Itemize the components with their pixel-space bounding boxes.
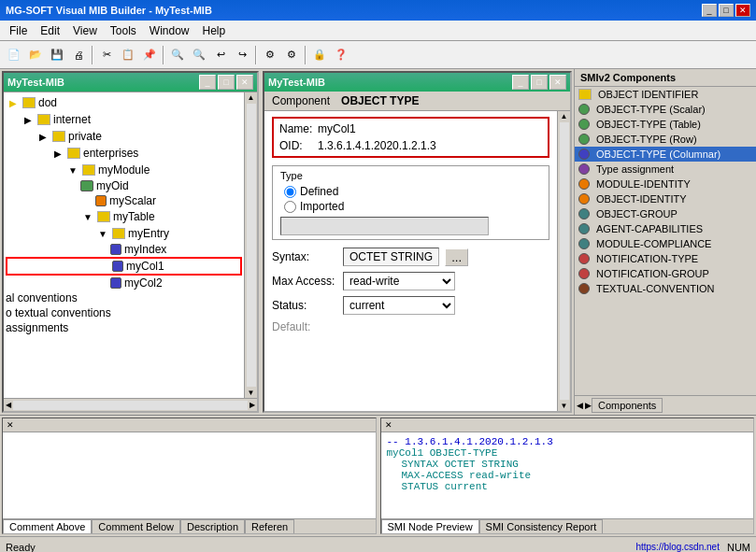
tab-description[interactable]: Description [180,519,245,533]
tree-min-btn[interactable]: _ [199,75,216,90]
tree-node-myoid[interactable]: myOid [6,178,242,193]
tree-close-btn[interactable]: ✕ [236,75,253,90]
editor-min-btn[interactable]: _ [512,75,529,90]
radio-imported-input[interactable] [284,201,296,213]
maximize-btn[interactable]: □ [719,4,734,17]
tree-node-dod[interactable]: ▶ dod [6,94,242,111]
save-btn[interactable]: 💾 [47,45,67,65]
editor-scroll-up[interactable]: ▲ [561,112,568,120]
smiv2-notification-group[interactable]: NOTIFICATION-GROUP [575,266,756,281]
close-btn[interactable]: ✕ [735,4,750,17]
tree-label-assignments: assignments [6,321,68,334]
folder-icon-enterprises: ▶ [50,146,65,161]
status-text: Ready [6,542,36,553]
minimize-btn[interactable]: _ [702,4,717,17]
tree-scroll-right[interactable]: ▶ [250,401,255,409]
tree-node-mymodule[interactable]: ▼ myModule [6,162,242,178]
tree-node-mycol2[interactable]: myCol2 [6,276,242,290]
default-label: Default: [272,320,337,333]
search-btn[interactable]: 🔍 [167,45,188,65]
smiv2-object-type-row[interactable]: OBJECT-TYPE (Row) [575,132,756,147]
tab-reference[interactable]: Referen [245,519,294,533]
copy-btn[interactable]: 📋 [118,45,138,65]
tb-btn15[interactable]: 🔒 [309,45,330,65]
smiv2-components-tab[interactable]: Components [592,398,663,413]
toolbar-sep3 [255,46,257,64]
smiv2-tab-right[interactable]: ▶ [585,401,592,410]
radio-imported[interactable]: Imported [284,200,541,213]
tb-btn14[interactable]: ⚙ [281,45,302,65]
tree-node-assignments[interactable]: assignments [6,320,242,335]
smiv2-agent-capabilities[interactable]: AGENT-CAPABILITIES [575,221,756,236]
editor-scroll-down[interactable]: ▼ [561,402,568,410]
tree-node-myindex[interactable]: myIndex [6,242,242,257]
bottom-right-tabs: SMI Node Preview SMI Consistency Report [381,518,754,533]
smiv2-module-identity[interactable]: MODULE-IDENTITY [575,177,756,191]
radio-defined-input[interactable] [284,186,296,198]
redo-btn[interactable]: ↪ [232,45,252,65]
smiv2-tab-left[interactable]: ◀ [577,401,583,410]
tree-node-textual[interactable]: o textual conventions [6,305,242,320]
smiv2-object-type-columnar[interactable]: OBJECT-TYPE (Columnar) [575,147,756,162]
cut-btn[interactable]: ✂ [96,45,117,65]
smiv2-object-identity[interactable]: OBJECT-IDENTITY [575,191,756,206]
smiv2-module-compliance[interactable]: MODULE-COMPLIANCE [575,236,756,251]
tab-comment-above[interactable]: Comment Above [3,519,92,533]
tab-smi-consistency[interactable]: SMI Consistency Report [479,519,604,533]
tree-node-private[interactable]: ▶ private [6,128,242,145]
tab-comment-below[interactable]: Comment Below [92,519,180,533]
tb-btn13[interactable]: ⚙ [260,45,280,65]
smiv2-object-type-table[interactable]: OBJECT-TYPE (Table) [575,117,756,132]
smiv2-icon-obj-identity [578,193,590,205]
tree-node-mytable[interactable]: ▼ myTable [6,208,242,225]
menu-edit[interactable]: Edit [35,22,65,39]
editor-close-btn[interactable]: ✕ [549,75,566,90]
smiv2-object-type-scalar[interactable]: OBJECT-TYPE (Scalar) [575,102,756,117]
tree-max-btn[interactable]: □ [218,75,235,90]
smiv2-object-identifier[interactable]: OBJECT IDENTIFIER [575,87,756,102]
tree-node-al[interactable]: al conventions [6,290,242,305]
tb-btn4[interactable]: 🖨 [68,45,89,65]
oid-value: 1.3.6.1.4.1.2020.1.2.1.3 [318,139,436,152]
undo-btn[interactable]: ↩ [210,45,231,65]
tab-smi-node-preview[interactable]: SMI Node Preview [381,519,479,533]
menu-window[interactable]: Window [144,22,195,39]
tree-node-myscalar[interactable]: myScalar [6,193,242,208]
folder-icon-private: ▶ [36,129,50,144]
tree-hscroll[interactable] [13,401,248,410]
menu-view[interactable]: View [67,22,103,39]
menu-file[interactable]: File [4,22,33,39]
tree-scroll-down[interactable]: ▼ [248,389,255,397]
syntax-btn[interactable]: ... [445,248,468,266]
tb-btn16[interactable]: ❓ [331,45,351,65]
code-line-5: STATUS current [387,481,749,492]
tree-node-internet[interactable]: ▶ internet [6,111,242,128]
smiv2-type-assignment[interactable]: Type assignment [575,162,756,177]
new-btn[interactable]: 📄 [4,45,24,65]
bottom-left-close[interactable]: ✕ [7,420,14,430]
smiv2-object-group[interactable]: OBJECT-GROUP [575,206,756,221]
max-access-select[interactable]: read-write read-only not-accessible [343,272,455,290]
tree-scroll-left[interactable]: ◀ [6,401,11,409]
smiv2-notification-type[interactable]: NOTIFICATION-TYPE [575,251,756,266]
smiv2-icon-mod-id [578,178,590,190]
window-controls[interactable]: _ □ ✕ [702,4,750,17]
paste-btn[interactable]: 📌 [139,45,160,65]
tree-scroll-up[interactable]: ▲ [248,93,255,102]
bottom-right-close[interactable]: ✕ [385,420,392,430]
status-select[interactable]: current deprecated obsolete [343,296,455,315]
radio-defined[interactable]: Defined [284,185,541,198]
editor-max-btn[interactable]: □ [531,75,548,90]
tree-label-mytable: myTable [113,210,155,223]
menu-help[interactable]: Help [197,22,232,39]
tree-node-myentry[interactable]: ▼ myEntry [6,225,242,242]
tree-node-enterprises[interactable]: ▶ enterprises [6,145,242,162]
smiv2-textual-convention[interactable]: TEXTUAL-CONVENTION [575,281,756,296]
tree-label-mymodule: myModule [98,163,150,177]
menu-tools[interactable]: Tools [105,22,142,39]
tree-node-mycol1[interactable]: myCol1 [6,257,242,276]
tb-btn9[interactable]: 🔍 [189,45,209,65]
open-btn[interactable]: 📂 [25,45,46,65]
smiv2-label-mod-comp: MODULE-COMPLIANCE [596,238,711,249]
smiv2-label-obj-identity: OBJECT-IDENTITY [596,193,687,205]
